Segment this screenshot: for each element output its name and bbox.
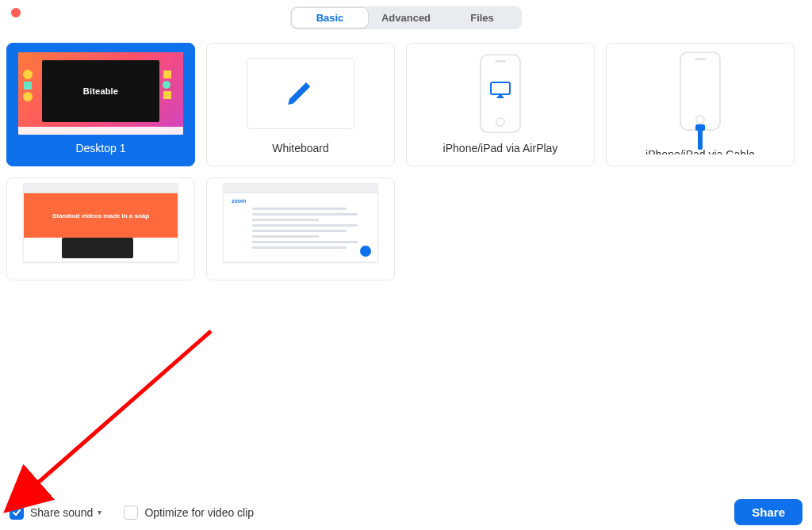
app-thumbnail: Standout videos made in a snap bbox=[15, 183, 186, 262]
airplay-thumbnail bbox=[415, 51, 586, 135]
share-button[interactable]: Share bbox=[734, 499, 802, 525]
preview-hero-text: Standout videos made in a snap bbox=[52, 212, 149, 219]
airplay-icon bbox=[490, 82, 511, 99]
desktop-preview-title: Biteable bbox=[83, 86, 118, 96]
share-option-label: Desktop 1 bbox=[75, 142, 125, 154]
cable-icon bbox=[698, 129, 703, 150]
share-option-cable[interactable]: iPhone/iPad via Cable bbox=[606, 43, 795, 166]
svg-line-1 bbox=[30, 331, 211, 490]
share-option-app-firefox-biteable[interactable]: Standout videos made in a snap Firefox -… bbox=[6, 177, 195, 280]
whiteboard-thumbnail bbox=[215, 51, 386, 135]
share-sound-checkbox[interactable]: Share sound ▾ bbox=[10, 505, 102, 520]
pencil-icon bbox=[284, 77, 317, 110]
tab-files[interactable]: Files bbox=[444, 8, 520, 28]
share-option-whiteboard[interactable]: Whiteboard bbox=[206, 43, 395, 166]
preview-brand: zoom bbox=[232, 198, 246, 204]
footer-bar: Share sound ▾ Optimize for video clip Sh… bbox=[0, 494, 812, 530]
window-controls bbox=[11, 8, 21, 17]
share-options-grid: Biteable Desktop 1 Whiteboard bbox=[6, 43, 806, 280]
share-option-airplay[interactable]: iPhone/iPad via AirPlay bbox=[406, 43, 595, 166]
share-option-app-firefox-zoom[interactable]: zoom Firefox - Sharing computer sound… bbox=[206, 177, 395, 280]
share-screen-dialog: Basic Advanced Files Biteable Desktop 1 bbox=[0, 0, 812, 530]
chevron-down-icon[interactable]: ▾ bbox=[98, 508, 102, 517]
share-option-label: Whiteboard bbox=[272, 142, 329, 154]
close-window-button[interactable] bbox=[11, 8, 21, 17]
optimize-video-label: Optimize for video clip bbox=[144, 506, 254, 519]
share-option-label: iPhone/iPad via AirPlay bbox=[443, 142, 558, 154]
app-thumbnail: zoom bbox=[215, 183, 386, 262]
cable-thumbnail bbox=[615, 51, 786, 142]
share-mode-tabs: Basic Advanced Files bbox=[290, 6, 522, 29]
optimize-video-checkbox[interactable]: Optimize for video clip bbox=[124, 505, 254, 520]
desktop-thumbnail: Biteable bbox=[15, 51, 186, 135]
svg-rect-0 bbox=[491, 82, 510, 94]
share-option-desktop-1[interactable]: Biteable Desktop 1 bbox=[6, 43, 195, 166]
tab-basic[interactable]: Basic bbox=[292, 8, 368, 28]
share-sound-label: Share sound bbox=[30, 506, 93, 519]
tab-advanced[interactable]: Advanced bbox=[368, 8, 444, 28]
checkmark-icon bbox=[12, 508, 21, 517]
